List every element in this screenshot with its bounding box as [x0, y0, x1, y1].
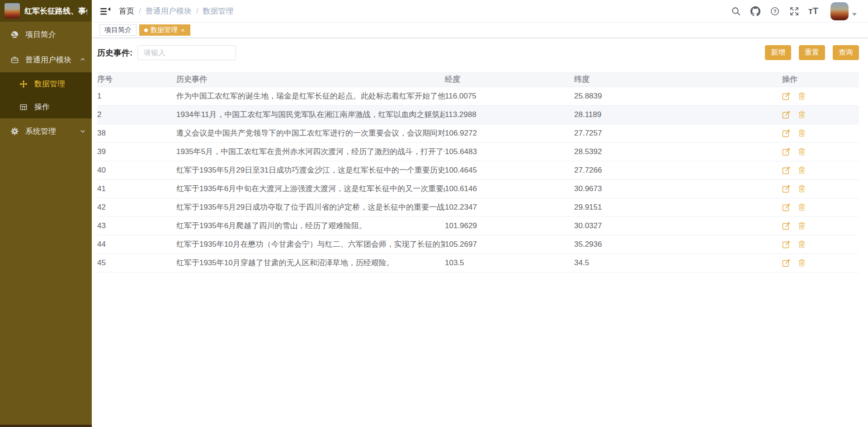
briefcase-icon	[10, 55, 19, 64]
breadcrumb-user-module[interactable]: 普通用户模块	[146, 6, 192, 16]
table-row: 2 1934年11月，中国工农红军与国民党军队在湘江南岸激战，红军以血肉之躯筑起…	[97, 105, 859, 124]
github-icon[interactable]	[750, 6, 761, 17]
sidebar-item-system-management[interactable]: 系统管理	[0, 118, 92, 144]
edit-icon[interactable]	[782, 148, 790, 156]
sidebar-item-project-intro[interactable]: 项目简介	[0, 22, 92, 47]
cell-latitude: 27.7257	[574, 124, 782, 142]
cell-seq: 41	[97, 179, 176, 198]
cell-longitude: 116.0075	[445, 87, 574, 105]
edit-icon[interactable]	[782, 185, 790, 193]
cell-seq: 42	[97, 198, 176, 216]
hamburger-icon[interactable]	[100, 6, 111, 16]
cell-seq: 45	[97, 253, 176, 272]
cell-event: 红军于1935年6月中旬在大渡河上游强渡大渡河，这是红军长征中的又一次重要战役	[176, 179, 445, 198]
breadcrumb-current: 数据管理	[203, 6, 233, 16]
edit-icon[interactable]	[782, 129, 790, 137]
cell-seq: 39	[97, 142, 176, 161]
cell-latitude: 30.9673	[574, 179, 782, 198]
tag-project-intro[interactable]: 项目简介	[99, 24, 137, 36]
trash-icon[interactable]	[798, 240, 806, 249]
cell-seq: 38	[97, 124, 176, 142]
cell-longitude: 113.2988	[445, 105, 574, 124]
cell-actions	[782, 253, 859, 272]
column-header-actions: 操作	[782, 72, 859, 87]
cell-longitude: 102.2347	[445, 198, 574, 216]
cell-actions	[782, 179, 859, 198]
tag-data-management[interactable]: 数据管理 ×	[139, 24, 190, 36]
trash-icon[interactable]	[798, 185, 806, 193]
sidebar-scrollbar[interactable]	[0, 425, 92, 427]
search-icon[interactable]	[731, 6, 741, 17]
cell-latitude: 27.7266	[574, 161, 782, 179]
trash-icon[interactable]	[798, 203, 806, 211]
events-table: 序号 历史事件 经度 纬度 操作 1 作为中国工农红军的诞生地，瑞金是红军长征的…	[97, 72, 859, 272]
cell-longitude: 101.9629	[445, 216, 574, 235]
column-header-longitude: 经度	[445, 72, 574, 87]
sidebar-item-user-module[interactable]: 普通用户模块	[0, 47, 92, 72]
add-button[interactable]: 新增	[765, 45, 791, 60]
edit-icon[interactable]	[782, 240, 790, 249]
sidebar-item-data-management[interactable]: 数据管理	[0, 72, 92, 95]
trash-icon[interactable]	[798, 222, 806, 230]
chevron-down-icon	[80, 128, 85, 134]
sidebar-item-label: 项目简介	[25, 29, 85, 40]
trash-icon[interactable]	[798, 111, 806, 119]
table-header-row: 序号 历史事件 经度 纬度 操作	[97, 72, 859, 87]
trash-icon[interactable]	[798, 148, 806, 156]
search-button[interactable]: 查询	[833, 45, 859, 60]
edit-icon[interactable]	[782, 259, 790, 267]
cell-event: 遵义会议是中国共产党领导下的中国工农红军进行的一次重要会议，会议期间对红军的..…	[176, 124, 445, 142]
edit-icon[interactable]	[782, 166, 790, 174]
cell-event: 红军于1935年10月穿越了甘肃的无人区和沼泽草地，历经艰险。	[176, 253, 445, 272]
cell-seq: 1	[97, 87, 176, 105]
column-header-latitude: 纬度	[574, 72, 782, 87]
query-label: 历史事件:	[97, 47, 132, 58]
cell-event: 红军于1935年5月29日成功夺取了位于四川省的泸定桥，这是长征中的重要一战。	[176, 198, 445, 216]
cell-latitude: 28.5392	[574, 142, 782, 161]
user-menu[interactable]	[830, 2, 857, 20]
query-form: 历史事件: 新增 重置 查询	[97, 45, 859, 60]
sidebar: 红军长征路线、事件... 项目简介 普通用户模块	[0, 0, 92, 427]
trash-icon[interactable]	[798, 92, 806, 100]
cell-event: 1934年11月，中国工农红军与国民党军队在湘江南岸激战，红军以血肉之躯筑起了著…	[176, 105, 445, 124]
sidebar-submenu: 数据管理 操作	[0, 72, 92, 118]
text-size-icon[interactable]: тT	[808, 6, 818, 16]
table-row: 41 红军于1935年6月中旬在大渡河上游强渡大渡河，这是红军长征中的又一次重要…	[97, 179, 859, 198]
reset-button[interactable]: 重置	[799, 45, 825, 60]
query-buttons: 新增 重置 查询	[765, 45, 859, 60]
edit-icon[interactable]	[782, 222, 790, 230]
cell-event: 红军于1935年6月爬越了四川的雪山，经历了艰难险阻。	[176, 216, 445, 235]
cell-actions	[782, 142, 859, 161]
table-row: 39 1935年5月，中国工农红军在贵州赤水河四次渡河，经历了激烈的战斗，打开了…	[97, 142, 859, 161]
edit-icon[interactable]	[782, 92, 790, 100]
history-event-input[interactable]	[137, 45, 236, 60]
sidebar-item-label: 系统管理	[25, 126, 74, 136]
avatar[interactable]	[830, 2, 849, 20]
table-row: 43 红军于1935年6月爬越了四川的雪山，经历了艰难险阻。 101.9629 …	[97, 216, 859, 235]
tag-close-icon[interactable]: ×	[180, 27, 185, 33]
tags-view: 项目简介 数据管理 ×	[92, 23, 868, 38]
breadcrumb-home[interactable]: 首页	[119, 6, 134, 16]
column-header-event: 历史事件	[176, 72, 445, 87]
cell-latitude: 25.8839	[574, 87, 782, 105]
cell-event: 红军于1935年10月在懋功（今甘肃会宁）与红二、六军团会师，实现了长征的第一次…	[176, 235, 445, 253]
cell-actions	[782, 161, 859, 179]
cell-event: 作为中国工农红军的诞生地，瑞金是红军长征的起点。此处标志着红军开始了他们的艰..…	[176, 87, 445, 105]
table-row: 44 红军于1935年10月在懋功（今甘肃会宁）与红二、六军团会师，实现了长征的…	[97, 235, 859, 253]
cell-seq: 40	[97, 161, 176, 179]
sidebar-item-operation[interactable]: 操作	[0, 95, 92, 118]
cell-event: 1935年5月，中国工农红军在贵州赤水河四次渡河，经历了激烈的战斗，打开了长征的…	[176, 142, 445, 161]
table-row: 40 红军于1935年5月29日至31日成功巧渡金沙江，这是红军长征中的一个重要…	[97, 161, 859, 179]
trash-icon[interactable]	[798, 259, 806, 267]
help-icon[interactable]: ?	[769, 6, 780, 17]
sidebar-item-label: 普通用户模块	[25, 55, 74, 65]
trash-icon[interactable]	[798, 166, 806, 174]
trash-icon[interactable]	[798, 129, 806, 137]
chevron-up-icon	[80, 57, 85, 62]
fullscreen-icon[interactable]	[789, 6, 800, 17]
edit-icon[interactable]	[782, 111, 790, 119]
cell-latitude: 30.0327	[574, 216, 782, 235]
table-icon	[19, 103, 28, 112]
navbar: 首页 / 普通用户模块 / 数据管理	[92, 0, 868, 23]
edit-icon[interactable]	[782, 203, 790, 211]
